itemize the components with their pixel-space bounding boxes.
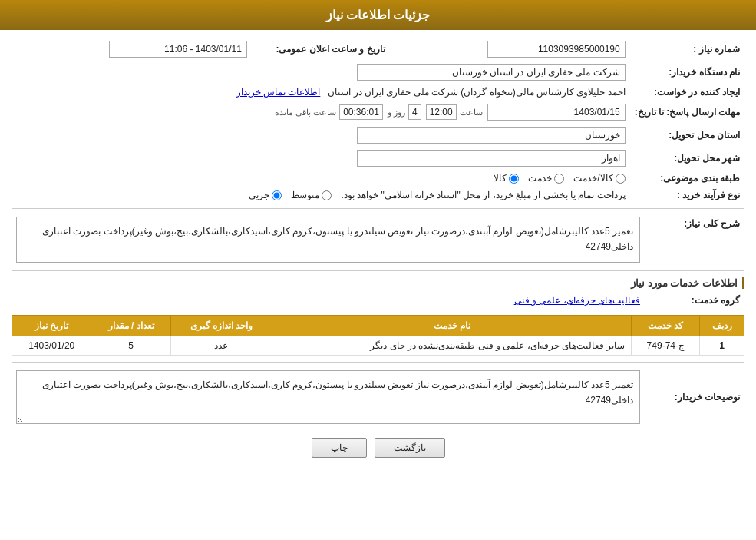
deadline-label: مهلت ارسال پاسخ: تا تاریخ: — [630, 101, 744, 124]
cell-date: 1403/01/20 — [12, 336, 91, 356]
divider-1 — [12, 208, 744, 209]
service-group-table: گروه خدمت: فعالیت‌های حرفه‌ای، علمی و فن… — [12, 292, 744, 309]
buyer-desc-table: توضیحات خریدار: تعمیر 5عدد کالیبرشامل(تع… — [12, 367, 744, 427]
purchase-type-label: نوع فرآیند خرید : — [630, 187, 744, 204]
col-header-qty: تعداد / مقدار — [91, 316, 170, 336]
announce-label: تاریخ و ساعت اعلان عمومی: — [252, 38, 390, 61]
need-number-value: 1103093985000190 — [487, 41, 626, 58]
province-label: استان محل تحویل: — [630, 124, 744, 147]
remaining-label: ساعت باقی مانده — [275, 108, 336, 118]
buyer-name-value: شرکت ملی حفاری ایران در استان خوزستان — [357, 64, 626, 81]
services-section-title: اطلاعات خدمات مورد نیاز — [12, 277, 744, 289]
category-option-kala-khedmat[interactable]: کالا/خدمت — [573, 173, 625, 184]
cell-name: سایر فعالیت‌های حرفه‌ای، علمی و فنی طبقه… — [272, 336, 632, 356]
purchase-type-radio-group: پرداخت تمام یا بخشی از مبلغ خرید، از محل… — [16, 190, 626, 200]
cell-qty: 5 — [91, 336, 170, 356]
description-table: شرح کلی نیاز: تعمیر 5عدد کالیبرشامل(تعوی… — [12, 214, 744, 266]
col-header-date: تاریخ نیاز — [12, 316, 91, 336]
deadline-date: 1403/01/15 — [487, 104, 626, 121]
category-option-kala[interactable]: کالا — [494, 173, 519, 184]
deadline-day-label: روز و — [388, 108, 405, 118]
category-radio-group: کالا/خدمت خدمت کالا — [16, 173, 626, 184]
services-table: ردیف کد خدمت نام خدمت واحد اندازه گیری ت… — [12, 315, 744, 356]
deadline-time-label: ساعت — [460, 108, 483, 118]
description-value: تعمیر 5عدد کالیبرشامل(تعویض لوازم آببندی… — [16, 217, 640, 263]
category-option-khedmat[interactable]: خدمت — [528, 173, 564, 184]
col-header-unit: واحد اندازه گیری — [170, 316, 272, 336]
print-button[interactable]: چاپ — [312, 438, 367, 458]
divider-3 — [12, 362, 744, 363]
remaining-value: 00:36:01 — [339, 104, 383, 120]
need-number-label: شماره نیاز : — [630, 38, 744, 61]
main-info-table: شماره نیاز : 1103093985000190 تاریخ و سا… — [12, 38, 744, 204]
city-label: شهر محل تحویل: — [630, 147, 744, 170]
cell-code: ج-74-749 — [632, 336, 700, 356]
creator-label: ایجاد کننده در خواست: — [630, 84, 744, 101]
back-button[interactable]: بازگشت — [375, 438, 445, 458]
col-header-code: کد خدمت — [632, 316, 700, 336]
cell-unit: عدد — [170, 336, 272, 356]
deadline-time-value: 12:00 — [426, 104, 457, 120]
contact-link[interactable]: اطلاعات تماس خریدار — [236, 87, 321, 98]
description-label: شرح کلی نیاز: — [645, 214, 744, 266]
province-value: خوزستان — [357, 127, 626, 144]
buyer-desc-value: تعمیر 5عدد کالیبرشامل(تعویض لوازم آببندی… — [16, 370, 640, 424]
cell-row: 1 — [700, 336, 744, 356]
service-group-label: گروه خدمت: — [645, 292, 744, 309]
announce-value: 1403/01/11 - 11:06 — [109, 41, 247, 58]
page-title: جزئیات اطلاعات نیاز — [326, 8, 431, 22]
deadline-day-value: 4 — [408, 104, 421, 120]
col-header-row: ردیف — [700, 316, 744, 336]
button-row: بازگشت چاپ — [12, 438, 744, 458]
service-group-value[interactable]: فعالیت‌های حرفه‌ای، علمی و فنی — [514, 295, 640, 306]
purchase-option-jozi[interactable]: جزیی — [249, 190, 282, 200]
buyer-desc-label: توضیحات خریدار: — [645, 367, 744, 427]
purchase-option-mutawaset[interactable]: متوسط — [291, 190, 332, 200]
purchase-note: پرداخت تمام یا بخشی از مبلغ خرید، از محل… — [341, 190, 625, 200]
page-header: جزئیات اطلاعات نیاز — [0, 0, 756, 30]
city-value: اهواز — [357, 150, 626, 167]
buyer-name-label: نام دستگاه خریدار: — [630, 61, 744, 84]
table-row: 1 ج-74-749 سایر فعالیت‌های حرفه‌ای، علمی… — [12, 336, 744, 356]
category-label: طبقه بندی موضوعی: — [630, 170, 744, 187]
creator-value: احمد خلیلاوی کارشناس مالی(تنخواه گردان) … — [328, 87, 625, 98]
col-header-name: نام خدمت — [272, 316, 632, 336]
divider-2 — [12, 270, 744, 271]
